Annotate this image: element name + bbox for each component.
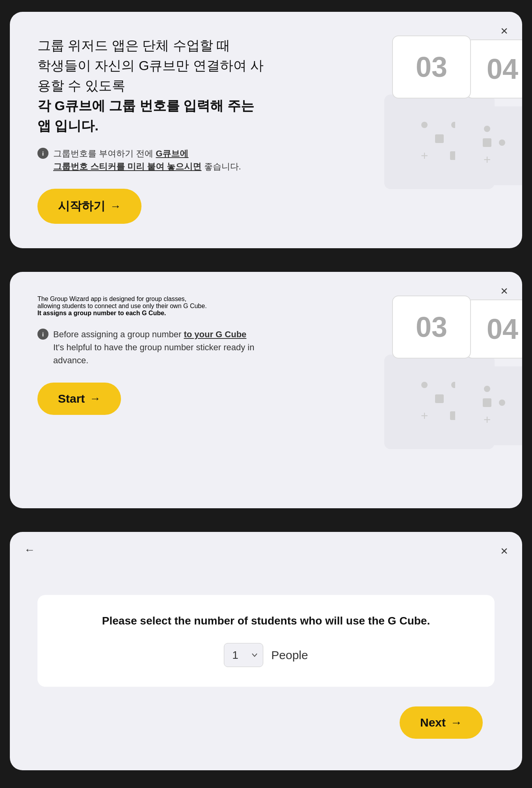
cube-card-04-1: 04 <box>467 39 522 98</box>
next-button[interactable]: Next → <box>400 706 483 739</box>
title-bold-en: It assigns a group number to each G Cube… <box>37 310 166 316</box>
next-label: Next <box>420 716 446 729</box>
panel1-title: 그룹 위저드 앱은 단체 수업할 때 학생들이 자신의 G큐브만 연결하여 사용… <box>37 35 266 136</box>
cube-number-04-1: 04 <box>487 53 518 85</box>
cube-bg2-2: + <box>455 366 522 445</box>
panel-english: × The Group Wizard app is designed for g… <box>10 272 522 508</box>
shape-grid-3: + <box>411 372 468 431</box>
cube-bg2-1: + <box>455 106 522 185</box>
shape-dot-4 <box>499 139 505 146</box>
shape-dot-2 <box>451 122 458 128</box>
shape-sq-1 <box>435 134 444 143</box>
title-line2-en: allowing students to connect and use onl… <box>37 303 207 309</box>
shape-plus-3: + <box>421 409 428 422</box>
panel3-content: Please select the number of students who… <box>37 556 495 714</box>
shape-dot-6 <box>451 382 458 388</box>
title-line2: 학생들이 자신의 G큐브만 연결하여 사용할 수 있도록 <box>37 58 264 93</box>
cube-number-03-2: 03 <box>416 311 447 343</box>
arrow-icon-1: → <box>110 200 121 213</box>
people-count-select[interactable]: 1 2 3 4 5 6 7 8 9 10 <box>224 643 263 667</box>
people-label: People <box>271 649 308 662</box>
shape-dot-8 <box>499 400 505 406</box>
title-line1: 그룹 위저드 앱은 단체 수업할 때 <box>37 38 230 53</box>
cube-decoration-2: 03 04 + + <box>380 296 522 485</box>
info-text-en-part2: It's helpful to have the group number st… <box>53 342 254 365</box>
panel2-content: The Group Wizard app is designed for gro… <box>37 296 274 415</box>
shape-dot-5 <box>421 382 428 388</box>
shape-sq-3 <box>483 138 491 147</box>
panel-select: ← × Please select the number of students… <box>10 532 522 770</box>
shape-sq-4 <box>435 394 444 403</box>
select-row: 1 2 3 4 5 6 7 8 9 10 People <box>53 643 479 667</box>
shape-grid-2: + <box>475 118 514 174</box>
title-line1-en: The Group Wizard app is designed for gro… <box>37 296 186 302</box>
start-button-2[interactable]: Start → <box>37 383 121 415</box>
cube-bg-1: + <box>384 95 495 189</box>
info-text-1: 그룹번호를 부여하기 전에 G큐브에 그룹번호 스티커를 미리 붙여 놓으시면 … <box>53 147 241 173</box>
cube-card-04-2: 04 <box>467 299 522 359</box>
panel1-content: 그룹 위저드 앱은 단체 수업할 때 학생들이 자신의 G큐브만 연결하여 사용… <box>37 35 274 224</box>
select-card: Please select the number of students who… <box>37 595 495 687</box>
close-button-2[interactable]: × <box>500 284 508 297</box>
close-button-3[interactable]: × <box>500 545 508 557</box>
panel2-info: i Before assigning a group number to you… <box>37 328 258 367</box>
select-card-title: Please select the number of students who… <box>53 615 479 627</box>
shape-grid-4: + <box>475 378 514 434</box>
cube-number-04-2: 04 <box>487 313 518 345</box>
title-bold: 각 G큐브에 그룹 번호를 입력해 주는 앱 입니다. <box>37 98 254 133</box>
info-icon-1: i <box>37 148 48 159</box>
arrow-icon-2: → <box>89 392 100 405</box>
shape-dot-1 <box>421 122 428 128</box>
start-label-2: Start <box>58 392 85 405</box>
cube-bg-2: + <box>384 355 495 449</box>
cube-card-03-2: 03 <box>392 296 471 359</box>
cube-card-03-1: 03 <box>392 35 471 98</box>
next-arrow-icon: → <box>450 716 462 729</box>
back-button[interactable]: ← <box>24 545 35 556</box>
panel1-info: i 그룹번호를 부여하기 전에 G큐브에 그룹번호 스티커를 미리 붙여 놓으시… <box>37 147 258 173</box>
shape-dot-3 <box>484 126 490 132</box>
cube-decoration-1: 03 04 + + <box>380 35 522 225</box>
info-text-en-part1: Before assigning a group number <box>53 329 184 339</box>
cube-number-03-1: 03 <box>416 51 447 83</box>
start-label-1: 시작하기 <box>58 198 105 214</box>
start-button-1[interactable]: 시작하기 → <box>37 189 141 224</box>
close-button-1[interactable]: × <box>500 24 508 37</box>
shape-plus-2: + <box>484 153 491 166</box>
shape-sq-5 <box>450 411 459 420</box>
shape-sq-6 <box>483 398 491 407</box>
shape-plus-1: + <box>421 149 428 162</box>
shape-grid-1: + <box>411 112 468 171</box>
panel2-title: The Group Wizard app is designed for gro… <box>37 296 274 317</box>
shape-plus-4: + <box>484 413 491 426</box>
shape-sq-2 <box>450 151 459 160</box>
info-text-2: Before assigning a group number to your … <box>53 328 258 367</box>
info-icon-2: i <box>37 329 48 340</box>
next-btn-container: Next → <box>37 706 495 714</box>
panel-korean: × 그룹 위저드 앱은 단체 수업할 때 학생들이 자신의 G큐브만 연결하여 … <box>10 12 522 248</box>
shape-dot-7 <box>484 386 490 392</box>
info-text-part2: 좋습니다. <box>201 162 241 171</box>
info-link-2[interactable]: to your G Cube <box>184 329 246 339</box>
info-text-part1: 그룹번호를 부여하기 전에 <box>53 149 156 158</box>
